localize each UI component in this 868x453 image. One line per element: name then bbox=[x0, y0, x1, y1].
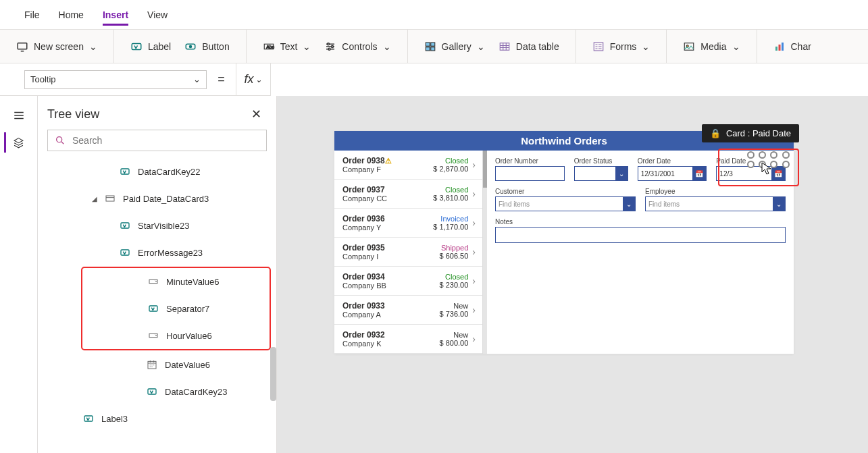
order-price: $ 1,170.00 bbox=[433, 223, 468, 231]
resize-handle[interactable] bbox=[747, 161, 755, 168]
chevron-down-icon: ⌄ bbox=[303, 41, 311, 52]
tree-item-datacardkey22[interactable]: DataCardKey22 bbox=[38, 158, 276, 185]
menu-view[interactable]: View bbox=[147, 4, 168, 26]
label-button[interactable]: Label bbox=[125, 36, 176, 57]
order-row[interactable]: Order 0936 Company Y Invoiced $ 1,170.00… bbox=[334, 209, 482, 238]
order-row[interactable]: Order 0934 Company BB Closed $ 230.00 › bbox=[334, 267, 482, 296]
datatable-button[interactable]: Data table bbox=[493, 36, 565, 57]
order-row[interactable]: Order 0932 Company K New $ 800.00 › bbox=[334, 325, 482, 354]
order-company: Company CC bbox=[342, 194, 387, 203]
datatable-icon bbox=[499, 41, 511, 53]
svg-point-20 bbox=[57, 137, 62, 142]
tree-search[interactable] bbox=[47, 130, 267, 151]
tree-item-label: DataCardKey23 bbox=[165, 387, 228, 397]
media-button[interactable]: Media ⌄ bbox=[678, 36, 745, 57]
order-row[interactable]: Order 0935 Company I Shipped $ 606.50 › bbox=[334, 238, 482, 267]
svg-point-7 bbox=[332, 45, 334, 47]
menu-file[interactable]: File bbox=[24, 4, 40, 26]
order-company: Company F bbox=[342, 165, 392, 174]
chevron-down-icon: ⌄ bbox=[623, 196, 635, 211]
gallery-button[interactable]: Gallery ⌄ bbox=[419, 36, 490, 57]
text-icon: Abc bbox=[263, 41, 275, 53]
label-icon bbox=[119, 165, 131, 178]
canvas-area[interactable]: Northwind Orders Order 0938⚠ Company F C… bbox=[277, 96, 868, 453]
menu-home[interactable]: Home bbox=[59, 4, 84, 26]
rail-hamburger[interactable] bbox=[9, 105, 29, 126]
resize-handle[interactable] bbox=[759, 151, 766, 159]
notes-input[interactable] bbox=[495, 227, 786, 243]
tree-item-minutevalue[interactable]: MinuteValue6 bbox=[82, 268, 270, 295]
controls-button[interactable]: Controls ⌄ bbox=[319, 36, 396, 57]
tree-item-paiddate-datacard[interactable]: ◢ Paid Date_DataCard3 bbox=[38, 185, 276, 212]
close-icon[interactable]: ✕ bbox=[251, 107, 261, 122]
tree-item-label: Label3 bbox=[101, 414, 128, 424]
label-icon bbox=[130, 41, 143, 53]
customer-combo[interactable]: Find items⌄ bbox=[495, 196, 636, 211]
tree-search-input[interactable] bbox=[72, 135, 259, 146]
tree-item-hourvalue[interactable]: HourValue6 bbox=[82, 322, 270, 349]
selection-paid-date-card[interactable]: 🔒 Card : Paid Date bbox=[718, 149, 799, 186]
formula-input-wrap: fx⌄ bbox=[236, 63, 868, 96]
order-company: Company A bbox=[342, 311, 385, 319]
formula-input[interactable] bbox=[271, 63, 868, 96]
hamburger-icon bbox=[13, 109, 25, 122]
left-rail bbox=[0, 96, 38, 453]
cursor-icon bbox=[761, 162, 772, 176]
chevron-right-icon: › bbox=[472, 304, 476, 315]
order-row[interactable]: Order 0937 Company CC Closed $ 3,810.00 … bbox=[334, 180, 482, 209]
order-number: Order 0933 bbox=[342, 301, 385, 311]
chart-button[interactable]: Char bbox=[768, 36, 817, 57]
order-price: $ 800.00 bbox=[440, 339, 469, 347]
order-row[interactable]: Order 0933 Company A New $ 736.00 › bbox=[334, 296, 482, 325]
order-company: Company Y bbox=[342, 223, 385, 232]
resize-handle[interactable] bbox=[782, 151, 790, 159]
tree-item-label: Paid Date_DataCard3 bbox=[123, 194, 209, 204]
order-status: Invoiced bbox=[433, 215, 468, 223]
chevron-right-icon: › bbox=[472, 334, 476, 344]
gallery-btn-label: Gallery bbox=[442, 41, 471, 52]
media-icon bbox=[683, 41, 695, 53]
order-gallery[interactable]: Order 0938⚠ Company F Closed $ 2,870.00 … bbox=[334, 151, 483, 354]
tree-item-label: Separator7 bbox=[166, 304, 209, 314]
employee-combo[interactable]: Find items⌄ bbox=[645, 196, 786, 211]
tree-scrollbar[interactable] bbox=[270, 347, 276, 401]
fx-label: fx⌄ bbox=[245, 72, 262, 86]
forms-button[interactable]: Forms ⌄ bbox=[587, 36, 656, 57]
tree-item-datevalue[interactable]: DateValue6 bbox=[38, 351, 276, 378]
order-number: Order 0935 bbox=[342, 243, 385, 252]
chevron-down-icon: ⌄ bbox=[383, 41, 391, 52]
field-label: Order Date bbox=[638, 157, 707, 165]
forms-icon bbox=[592, 41, 605, 53]
order-company: Company I bbox=[342, 252, 385, 261]
tree-view-title: Tree view bbox=[47, 107, 99, 122]
text-button[interactable]: Abc Text ⌄ bbox=[257, 36, 317, 57]
order-number-input[interactable] bbox=[495, 166, 565, 181]
resize-handle[interactable] bbox=[782, 161, 790, 168]
tree-item-errormessage[interactable]: ErrorMessage23 bbox=[38, 239, 276, 266]
order-price: $ 230.00 bbox=[440, 281, 469, 289]
dropdown-icon bbox=[147, 329, 159, 342]
menu-insert[interactable]: Insert bbox=[103, 4, 128, 26]
rail-tree-view[interactable] bbox=[4, 132, 24, 153]
chevron-down-icon: ⌄ bbox=[89, 41, 97, 52]
order-price: $ 2,870.00 bbox=[433, 165, 468, 173]
tree-item-separator[interactable]: Separator7 bbox=[82, 295, 270, 322]
order-row[interactable]: Order 0938⚠ Company F Closed $ 2,870.00 … bbox=[334, 151, 482, 180]
layers-icon bbox=[13, 136, 24, 149]
chart-btn-label: Char bbox=[791, 41, 811, 52]
resize-handle[interactable] bbox=[747, 151, 755, 159]
collapse-icon[interactable]: ◢ bbox=[92, 195, 100, 203]
chevron-down-icon: ⌄ bbox=[615, 166, 628, 181]
tree-item-label3[interactable]: Label3 bbox=[38, 405, 276, 432]
new-screen-button[interactable]: New screen ⌄ bbox=[11, 36, 103, 57]
tree-item-datacardkey23[interactable]: DataCardKey23 bbox=[38, 378, 276, 405]
svg-rect-10 bbox=[430, 43, 434, 46]
order-status-dropdown[interactable]: ⌄ bbox=[574, 166, 628, 181]
order-status: Shipped bbox=[440, 244, 469, 252]
selection-handles bbox=[719, 150, 798, 185]
resize-handle[interactable] bbox=[770, 151, 777, 159]
property-dropdown[interactable]: Tooltip ⌄ bbox=[24, 70, 207, 89]
tree-item-starvisible[interactable]: StarVisible23 bbox=[38, 212, 276, 239]
order-date-picker[interactable]: 12/31/2001📅 bbox=[638, 166, 707, 181]
button-button[interactable]: Button bbox=[179, 36, 234, 57]
